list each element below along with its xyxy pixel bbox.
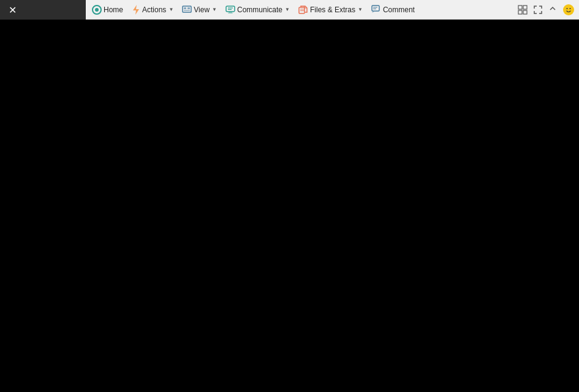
comment-label: Comment: [383, 6, 415, 14]
view-button[interactable]: View ▼: [178, 4, 221, 16]
close-button[interactable]: ✕: [5, 3, 20, 17]
view-icon: [182, 6, 192, 14]
svg-rect-7: [226, 6, 235, 12]
svg-marker-2: [133, 5, 139, 15]
actions-label: Actions: [142, 6, 166, 14]
actions-chevron: ▼: [168, 7, 173, 12]
svg-rect-13: [372, 6, 379, 11]
home-icon: [92, 5, 102, 15]
files-icon: [298, 5, 308, 14]
svg-rect-5: [187, 7, 190, 9]
svg-point-21: [567, 8, 568, 9]
toolbar: Home Actions ▼ View ▼: [86, 0, 579, 20]
communicate-button[interactable]: Communicate ▼: [222, 4, 293, 16]
svg-rect-6: [184, 10, 190, 11]
files-extras-chevron: ▼: [358, 7, 363, 12]
communicate-label: Communicate: [237, 6, 282, 14]
svg-point-20: [564, 5, 573, 14]
files-extras-button[interactable]: Files & Extras ▼: [295, 3, 366, 16]
comment-button[interactable]: Comment: [368, 3, 418, 16]
svg-rect-17: [523, 6, 527, 9]
main-content: [0, 20, 579, 392]
home-button[interactable]: Home: [88, 3, 127, 17]
svg-point-1: [95, 8, 99, 12]
home-label: Home: [104, 6, 123, 14]
actions-button[interactable]: Actions ▼: [128, 3, 177, 17]
view-chevron: ▼: [212, 7, 217, 12]
files-extras-label: Files & Extras: [310, 6, 355, 14]
right-toolbar-buttons: [515, 2, 577, 17]
communicate-icon: [225, 6, 235, 14]
svg-rect-19: [523, 10, 527, 14]
grid-view-button[interactable]: [515, 3, 530, 17]
expand-button[interactable]: [531, 4, 545, 16]
smiley-icon: [563, 4, 574, 15]
view-label: View: [194, 6, 210, 14]
svg-rect-4: [184, 7, 186, 9]
svg-rect-18: [518, 10, 522, 14]
close-area: ✕: [0, 0, 86, 20]
communicate-chevron: ▼: [285, 7, 290, 12]
bolt-icon: [132, 5, 140, 15]
collapse-button[interactable]: [546, 4, 559, 16]
emoji-button[interactable]: [561, 2, 577, 17]
svg-point-22: [570, 8, 571, 9]
comment-icon: [371, 5, 381, 14]
svg-rect-16: [518, 6, 522, 9]
